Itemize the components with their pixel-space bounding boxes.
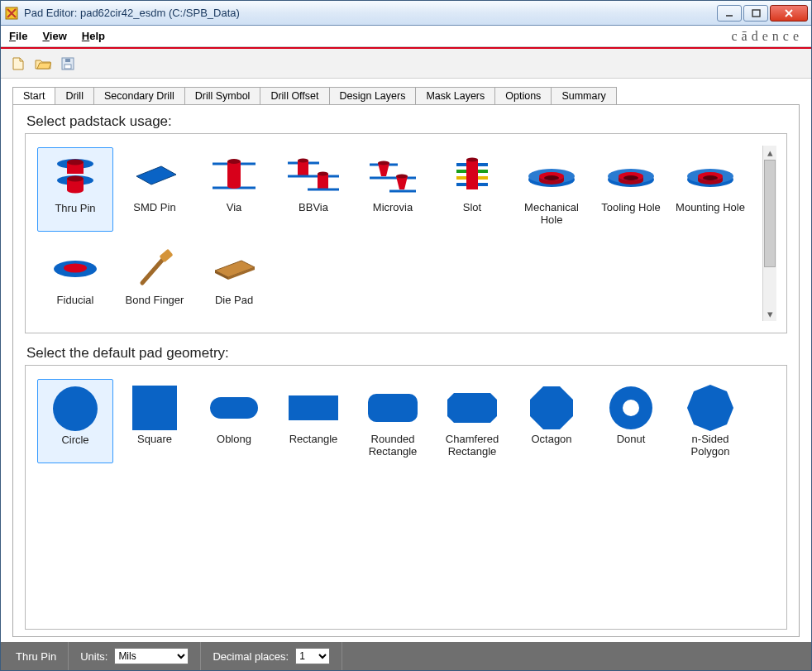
geometry-label: Chamfered Rectangle [436,434,509,458]
menu-help[interactable]: Help [82,30,105,42]
usage-icon [520,151,583,202]
svg-rect-49 [132,386,177,430]
usage-icon [361,151,424,202]
usage-item-smd-pin[interactable]: SMD Pin [117,147,193,232]
svg-point-54 [623,400,639,416]
new-file-button[interactable] [9,55,27,73]
save-button[interactable] [59,55,77,73]
geometry-item-rectangle[interactable]: Rectangle [275,379,351,463]
scroll-thumb[interactable] [764,160,776,267]
usage-scrollbar[interactable]: ▴ ▾ [762,146,776,321]
svg-point-43 [703,175,718,180]
geometry-label: Octagon [531,434,571,458]
geometry-item-rounded-rectangle[interactable]: Rounded Rectangle [355,379,431,463]
svg-rect-51 [289,395,338,420]
svg-rect-52 [368,394,418,422]
geometry-label: n-Sided Polygon [674,434,747,458]
minimize-button[interactable] [717,5,742,22]
units-select[interactable]: MilsMMInchMicron [114,648,189,664]
geometry-item-donut[interactable]: Donut [593,379,669,463]
scroll-up-icon[interactable]: ▴ [763,146,776,160]
scroll-down-icon[interactable]: ▾ [763,307,776,321]
svg-point-20 [298,159,308,163]
geometry-item-square[interactable]: Square [117,379,193,463]
svg-point-45 [64,264,87,273]
usage-item-bbvia[interactable]: BBVia [275,147,351,232]
maximize-button[interactable] [743,5,768,22]
menu-view[interactable]: View [42,30,66,42]
usage-item-thru-pin[interactable]: Thru Pin [37,147,113,232]
geometry-item-n-sided-polygon[interactable]: n-Sided Polygon [672,379,748,463]
units-label: Units: [80,650,107,663]
geometry-group: CircleSquareOblongRectangleRounded Recta… [25,365,787,630]
svg-rect-19 [298,161,308,175]
svg-point-35 [544,175,559,180]
svg-line-46 [142,256,165,283]
usage-icon [123,243,186,295]
tab-options[interactable]: Options [494,87,552,104]
usage-icon [679,151,742,202]
svg-point-23 [318,172,328,176]
usage-label: Tooling Hole [601,202,661,227]
geometry-label: Donut [617,434,646,458]
decimal-select[interactable]: 01234 [295,648,330,664]
tab-mask-layers[interactable]: Mask Layers [415,87,495,104]
usage-item-mechanical-hole[interactable]: Mechanical Hole [513,147,590,232]
usage-label: SMD Pin [133,202,175,227]
geometry-icon [282,382,345,434]
tab-summary[interactable]: Summary [551,87,616,104]
usage-label: Microvia [373,202,413,227]
open-file-button[interactable] [34,55,52,73]
toolbar [1,49,811,79]
svg-point-15 [227,159,241,164]
window-title: Pad Editor: pad62cir42_esdm (C:/SPB_Data… [24,7,240,19]
svg-point-28 [396,175,408,179]
status-decimal-cell: Decimal places: 01234 [201,642,342,670]
geometry-icon [679,382,742,434]
usage-icon [282,151,345,202]
geometry-label: Rounded Rectangle [356,434,429,458]
svg-point-11 [67,176,84,182]
tab-drill[interactable]: Drill [55,87,94,104]
menu-file[interactable]: File [9,30,27,42]
svg-rect-30 [466,160,478,189]
svg-rect-14 [227,161,241,186]
usage-item-tooling-hole[interactable]: Tooling Hole [593,147,669,232]
usage-item-fiducial[interactable]: Fiducial [37,240,113,321]
usage-item-via[interactable]: Via [196,147,272,232]
tab-drill-offset[interactable]: Drill Offset [260,87,329,104]
usage-item-bond-finger[interactable]: Bond Finger [117,240,193,321]
usage-label: Via [227,202,242,227]
geometry-item-chamfered-rectangle[interactable]: Chamfered Rectangle [434,379,510,463]
tab-drill-symbol[interactable]: Drill Symbol [184,87,261,104]
usage-icon [123,151,186,202]
usage-label: Slot [463,202,481,227]
tab-secondary-drill[interactable]: Secondary Drill [93,87,185,104]
geometry-label: Square [137,434,172,458]
tab-start[interactable]: Start [12,87,55,104]
usage-label: Thru Pin [55,203,95,228]
geometry-icon [44,383,107,434]
app-window: Pad Editor: pad62cir42_esdm (C:/SPB_Data… [0,0,812,671]
usage-item-die-pad[interactable]: Die Pad [196,240,272,321]
geometry-item-octagon[interactable]: Octagon [513,379,590,463]
geometry-item-oblong[interactable]: Oblong [196,379,272,463]
usage-label: Mounting Hole [676,202,745,227]
tab-design-layers[interactable]: Design Layers [329,87,417,104]
usage-group: Thru PinSMD Pin Via BBVia Microvia [25,133,787,333]
geometry-icon [361,382,424,434]
usage-item-slot[interactable]: Slot [434,147,510,232]
brand-logo: cādence [731,29,803,44]
usage-icon [203,243,265,295]
usage-item-mounting-hole[interactable]: Mounting Hole [672,147,748,232]
usage-label: Bond Finger [126,295,184,319]
geometry-grid: CircleSquareOblongRectangleRounded Recta… [36,377,776,470]
close-button[interactable] [770,5,808,22]
usage-item-microvia[interactable]: Microvia [355,147,431,232]
svg-point-48 [53,386,98,431]
geometry-icon [123,382,186,434]
tab-page-start: Select padstack usage: Thru PinSMD Pin V… [12,104,800,637]
geometry-item-circle[interactable]: Circle [37,379,113,463]
status-bar: Thru Pin Units: MilsMMInchMicron Decimal… [1,642,811,670]
usage-icon [441,151,504,202]
